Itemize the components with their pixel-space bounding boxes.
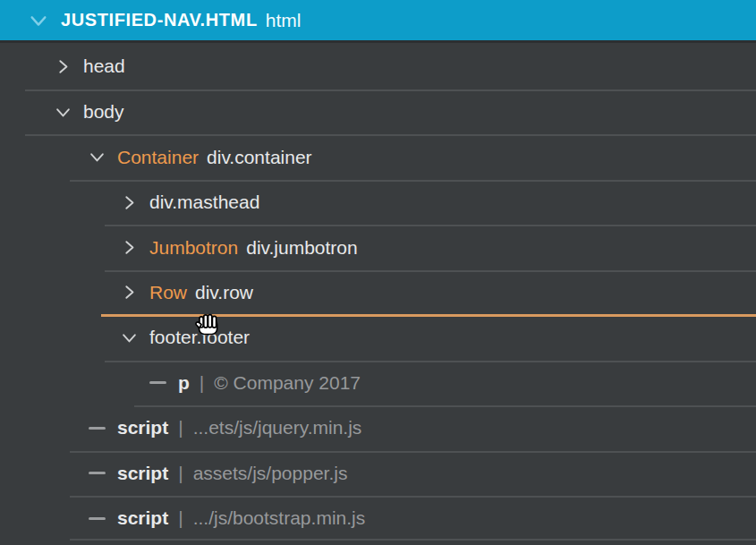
tree-row[interactable]: footer.footer xyxy=(0,315,756,360)
row-separator xyxy=(70,496,756,498)
element-label: body xyxy=(83,101,124,123)
tree-row[interactable]: script | .../js/bootstrap.min.js xyxy=(0,496,756,541)
element-detail: ...ets/js/jquery.min.js xyxy=(193,417,362,439)
pipe-separator: | xyxy=(178,507,183,529)
element-label: div.masthead xyxy=(149,192,259,213)
tree-row[interactable]: Jumbotron div.jumbotron xyxy=(0,225,756,269)
tree-row[interactable]: Row div.row xyxy=(0,270,756,315)
dash-leaf-icon xyxy=(149,381,166,384)
element-label: div.row xyxy=(195,282,253,303)
tree-row[interactable]: script | assets/js/popper.js xyxy=(0,451,756,496)
file-header-bar[interactable]: JUSTIFIED-NAV.HTML html xyxy=(0,0,756,43)
chevron-down-icon[interactable] xyxy=(54,104,72,121)
row-separator xyxy=(70,180,756,182)
dash-leaf-icon xyxy=(88,427,106,430)
element-detail: .../js/bootstrap.min.js xyxy=(193,507,366,529)
chevron-right-icon[interactable] xyxy=(120,284,138,301)
chevron-right-icon[interactable] xyxy=(54,58,72,75)
element-label: head xyxy=(83,55,125,77)
tree-row[interactable]: Container div.container xyxy=(0,134,756,179)
dom-tree: head body Container div.container div.ma… xyxy=(0,43,756,541)
element-label: p xyxy=(178,372,190,394)
pipe-separator: | xyxy=(200,372,204,394)
component-label: Jumbotron xyxy=(149,237,238,259)
tree-row[interactable]: div.masthead xyxy=(0,180,756,225)
tree-row[interactable]: p | © Company 2017 xyxy=(0,361,756,405)
chevron-right-icon[interactable] xyxy=(120,239,138,256)
chevron-down-icon[interactable] xyxy=(88,149,106,166)
tree-row[interactable]: body xyxy=(0,89,756,134)
element-detail: assets/js/popper.js xyxy=(193,463,348,484)
row-separator xyxy=(134,405,756,407)
row-separator xyxy=(25,134,756,136)
element-label: div.container xyxy=(207,147,312,168)
pipe-separator: | xyxy=(178,463,183,484)
tree-row[interactable]: script | ...ets/js/jquery.min.js xyxy=(0,405,756,450)
tree-row[interactable]: head xyxy=(0,43,756,89)
dash-leaf-icon xyxy=(88,472,106,474)
pipe-separator: | xyxy=(178,417,183,439)
component-label: Row xyxy=(149,282,187,303)
row-separator xyxy=(105,270,756,272)
row-separator xyxy=(70,539,756,541)
row-separator xyxy=(105,361,756,362)
file-name: JUSTIFIED-NAV.HTML xyxy=(61,10,258,30)
element-label: script xyxy=(117,417,168,439)
chevron-down-icon[interactable] xyxy=(29,11,48,30)
row-separator xyxy=(70,451,756,453)
element-label: script xyxy=(117,507,168,529)
row-separator xyxy=(105,225,756,226)
element-label: footer.footer xyxy=(149,327,250,348)
element-label: div.jumbotron xyxy=(246,237,358,259)
row-separator xyxy=(25,89,756,91)
element-label: script xyxy=(117,463,168,484)
root-tag-label: html xyxy=(266,10,302,31)
dash-leaf-icon xyxy=(88,517,106,520)
chevron-right-icon[interactable] xyxy=(120,194,138,211)
drag-drop-indicator-line xyxy=(101,314,756,317)
element-detail: © Company 2017 xyxy=(214,372,361,394)
component-label: Container xyxy=(117,147,199,168)
chevron-down-icon[interactable] xyxy=(120,329,138,346)
